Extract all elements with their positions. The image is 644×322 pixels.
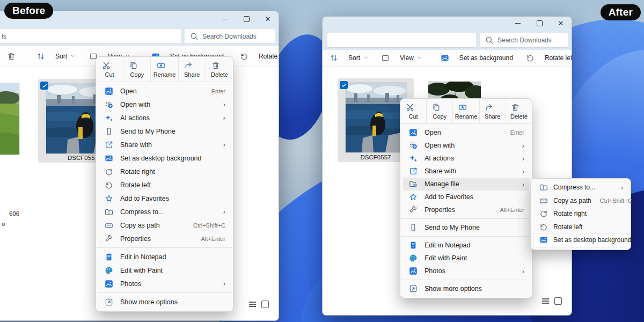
details-view-icon[interactable] [542, 298, 549, 303]
menu-item-set-as-desktop-background[interactable]: Set as desktop background [533, 233, 628, 247]
menu-item-label: Copy as path [553, 197, 591, 204]
sort-label: Sort [348, 54, 360, 62]
menu-item-rotate-right[interactable]: Rotate right [533, 207, 628, 221]
delete-icon [511, 103, 519, 112]
submenu-arrow-icon: › [223, 101, 225, 108]
share-icon [485, 103, 493, 112]
address-text: ls [0, 33, 6, 40]
menu-item-open[interactable]: OpenEnter [403, 126, 529, 139]
sort-button[interactable]: Sort [36, 52, 75, 61]
context-menu-items: OpenEnterOpen with›AI actions›Share with… [400, 126, 532, 295]
search-box[interactable]: Search Downloads [479, 32, 568, 48]
share-command-button[interactable]: Share [178, 57, 206, 82]
close-icon: ✕ [265, 16, 271, 23]
address-bar[interactable] [327, 32, 477, 48]
menu-item-show-more-options[interactable]: Show more options [403, 282, 529, 295]
details-view-icon[interactable] [249, 302, 256, 306]
large-icons-view-icon[interactable] [554, 297, 562, 305]
delete-command-button[interactable]: Delete [206, 57, 233, 82]
menu-item-ai-actions[interactable]: AI actions› [403, 152, 529, 165]
sort-button[interactable]: Sort [330, 54, 368, 62]
menu-item-label: Properties [425, 206, 491, 214]
menu-item-share-with[interactable]: Share with› [403, 165, 529, 178]
large-icons-view-icon[interactable] [261, 301, 269, 308]
shortcut-label: Enter [211, 88, 225, 94]
menu-item-edit-in-notepad[interactable]: Edit in Notepad [99, 250, 230, 264]
menu-item-compress-to[interactable]: Compress to...› [99, 205, 230, 218]
selection-checkbox[interactable] [40, 82, 48, 90]
phone-icon [409, 223, 418, 232]
menu-item-copy-as-path[interactable]: Copy as pathCtrl+Shift+C [533, 194, 628, 208]
share-command-button[interactable]: Share [479, 99, 506, 123]
menu-item-manage-file[interactable]: Manage file› [403, 178, 529, 191]
copy-command-button[interactable]: Copy [123, 57, 150, 82]
menu-item-edit-with-paint[interactable]: Edit with Paint [99, 264, 230, 277]
menu-divider [401, 280, 531, 280]
menu-item-rotate-left[interactable]: Rotate left [533, 221, 628, 234]
set-as-background-button[interactable]: Set as background [441, 54, 513, 62]
delete-toolbar-button[interactable] [7, 52, 23, 61]
menu-item-compress-to[interactable]: Compress to...› [533, 181, 628, 194]
cut-command-button[interactable]: Cut [400, 99, 426, 123]
cut-command-button[interactable]: Cut [96, 57, 123, 82]
menu-item-properties[interactable]: PropertiesAlt+Enter [403, 203, 529, 216]
rotate-left-button[interactable]: Rotate left [240, 52, 279, 61]
menu-item-edit-in-notepad[interactable]: Edit in Notepad [403, 239, 529, 252]
rotate-left-label: Rotate left [259, 53, 279, 60]
command-label: Delete [510, 113, 528, 120]
copy-command-button[interactable]: Copy [426, 99, 452, 123]
copy-path-icon [105, 221, 113, 230]
close-button[interactable]: ✕ [550, 17, 572, 30]
copy-path-icon [539, 196, 548, 205]
view-icon [381, 54, 390, 62]
menu-item-share-with[interactable]: Share with› [99, 138, 230, 151]
wrench-icon [105, 235, 113, 243]
paint-icon [409, 254, 418, 262]
view-label: View [400, 54, 414, 62]
menu-item-add-to-favorites[interactable]: Add to Favorites [99, 192, 230, 205]
close-button[interactable]: ✕ [257, 11, 279, 26]
menu-item-open-with[interactable]: Open with› [99, 98, 230, 111]
rename-command-button[interactable]: Rename [150, 57, 178, 82]
maximize-button[interactable] [236, 11, 257, 26]
menu-item-properties[interactable]: PropertiesAlt+Enter [99, 232, 230, 245]
menu-item-photos[interactable]: Photos› [99, 277, 230, 290]
rename-command-button[interactable]: Rename [452, 99, 479, 123]
menu-item-copy-as-path[interactable]: Copy as pathCtrl+Shift+C [99, 218, 230, 232]
notepad-icon [105, 253, 113, 261]
rotate-left-button[interactable]: Rotate left [526, 54, 572, 62]
search-box[interactable]: Search Downloads [184, 28, 275, 44]
submenu-arrow-icon: › [522, 181, 524, 188]
menu-item-add-to-favorites[interactable]: Add to Favorites [403, 191, 529, 203]
menu-item-set-as-desktop-background[interactable]: Set as desktop background [99, 151, 230, 165]
copy-icon [432, 103, 441, 112]
menu-item-open-with[interactable]: Open with› [403, 139, 529, 152]
rotate-left-icon [539, 223, 548, 231]
menu-item-edit-with-paint[interactable]: Edit with Paint [403, 252, 529, 265]
delete-command-button[interactable]: Delete [506, 99, 532, 123]
command-label: Cut [409, 113, 418, 120]
context-menu-items: OpenEnterOpen with›AI actions›Send to My… [96, 84, 233, 309]
command-label: Rename [455, 113, 478, 120]
selection-checkbox[interactable] [340, 81, 348, 89]
menu-item-open[interactable]: OpenEnter [99, 84, 230, 98]
minimize-button[interactable] [214, 11, 236, 26]
menu-divider [97, 292, 232, 293]
menu-item-send-to-my-phone[interactable]: Send to My Phone [99, 125, 230, 138]
submenu-arrow-icon: › [522, 268, 524, 275]
menu-item-rotate-left[interactable]: Rotate left [99, 178, 230, 192]
minimize-button[interactable] [507, 17, 529, 30]
menu-item-ai-actions[interactable]: AI actions› [99, 111, 230, 125]
menu-item-label: Send to My Phone [425, 224, 524, 231]
menu-item-send-to-my-phone[interactable]: Send to My Phone [403, 221, 529, 234]
maximize-button[interactable] [529, 17, 550, 30]
submenu-arrow-icon: › [223, 208, 225, 215]
menu-item-photos[interactable]: Photos› [403, 265, 529, 277]
thumbnail-partial-file[interactable] [0, 83, 19, 155]
address-bar[interactable]: ls [0, 28, 181, 44]
menu-item-rotate-right[interactable]: Rotate right [99, 165, 230, 178]
submenu-arrow-icon: › [621, 184, 623, 191]
view-button[interactable]: View [381, 54, 422, 62]
menu-item-show-more-options[interactable]: Show more options [99, 295, 230, 309]
menu-item-label: AI actions [120, 114, 218, 122]
